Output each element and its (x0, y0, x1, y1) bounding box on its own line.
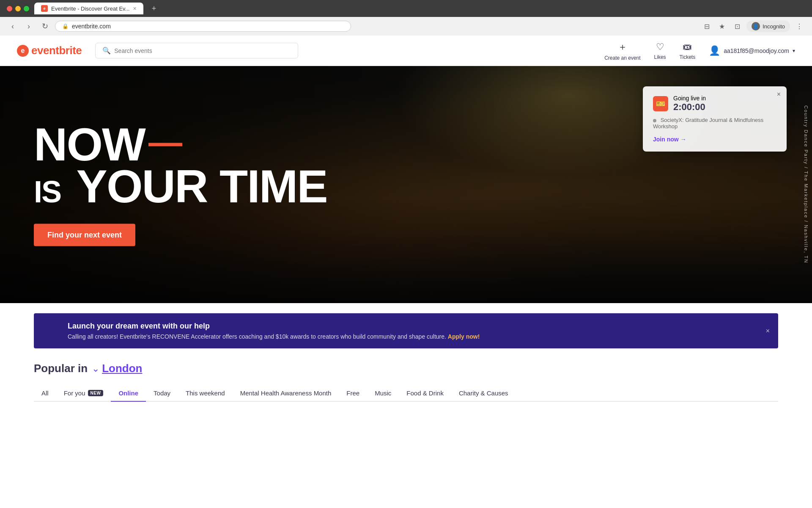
new-tab-button[interactable]: + (152, 4, 156, 13)
user-email-text: aa181f85@moodjoy.com (724, 47, 789, 54)
new-badge: New (88, 390, 104, 396)
tab-favicon-icon: e (41, 5, 48, 12)
active-browser-tab[interactable]: e Eventbrite - Discover Great Ev... × (34, 3, 143, 14)
tab-food-drink-label: Food & Drink (406, 389, 444, 397)
back-button[interactable]: ‹ (7, 20, 19, 32)
tab-charity-label: Charity & Causes (459, 389, 508, 397)
live-card-logo-icon: 🎫 (653, 96, 668, 111)
banner-close-button[interactable]: × (766, 327, 770, 335)
tab-charity[interactable]: Charity & Causes (451, 385, 516, 401)
live-card-going-live-text: Going live in (673, 95, 706, 102)
refresh-button[interactable]: ↻ (39, 20, 51, 32)
join-arrow-icon: → (680, 136, 686, 143)
plus-icon: ＋ (618, 41, 627, 53)
tab-title-text: Eventbrite - Discover Great Ev... (51, 6, 129, 12)
find-event-button[interactable]: Find your next event (34, 224, 135, 246)
location-name-text: London (102, 362, 142, 375)
logo-text: eventbrite (31, 44, 82, 57)
search-bar[interactable]: 🔍 (95, 43, 298, 58)
bookmark-icon[interactable]: ★ (716, 20, 728, 32)
banner-content: Launch your dream event with our help Ca… (68, 322, 480, 340)
maximize-window-button[interactable] (24, 6, 29, 11)
tab-mental-health-label: Mental Health Awareness Month (240, 389, 332, 397)
lock-icon: 🔒 (62, 23, 69, 29)
tab-today-label: Today (154, 389, 170, 397)
banner-description: Calling all creators! Eventbrite's RECON… (68, 333, 480, 340)
create-event-label: Create an event (604, 55, 640, 61)
more-options-button[interactable]: ⋮ (793, 20, 805, 32)
live-card-close-button[interactable]: × (777, 91, 781, 98)
search-icon: 🔍 (102, 47, 111, 55)
heart-icon: ♡ (656, 41, 664, 52)
hero-title: NOW IS YOUR TIME (34, 123, 327, 207)
hero-vertical-text: Country Dance Party / The Marketplace / … (800, 66, 812, 303)
popular-header: Popular in ⌄ London (34, 362, 778, 375)
location-chevron-icon: ⌄ (92, 363, 99, 374)
hero-title-time: YOUR TIME (77, 160, 327, 212)
tab-music[interactable]: Music (367, 385, 399, 401)
address-url-text: eventbrite.com (72, 23, 111, 30)
browser-chrome: e Eventbrite - Discover Great Ev... × + … (0, 0, 812, 36)
tab-this-weekend[interactable]: This weekend (178, 385, 233, 401)
promo-banner: Launch your dream event with our help Ca… (34, 313, 778, 348)
tab-close-button[interactable]: × (133, 5, 136, 12)
live-dot-icon (653, 119, 656, 122)
hero-section: NOW IS YOUR TIME Find your next event × … (0, 66, 812, 303)
tab-for-you-label: For you (64, 389, 85, 397)
hero-title-dash (148, 143, 182, 146)
likes-label: Likes (654, 54, 666, 60)
tickets-button[interactable]: 🎟 Tickets (680, 41, 696, 60)
live-card-event-name: SocietyX: Gratitude Journal & Mindfulnes… (653, 117, 776, 130)
hero-title-line2: IS YOUR TIME (34, 165, 327, 207)
live-event-card: × 🎫 Going live in 2:00:00 SocietyX: Grat… (643, 86, 787, 152)
screenshot-icon[interactable]: ⊡ (731, 20, 743, 32)
address-bar[interactable]: 🔒 eventbrite.com (55, 21, 351, 32)
tab-free[interactable]: Free (339, 385, 367, 401)
user-account-button[interactable]: 👤 aa181f85@moodjoy.com ▾ (709, 45, 795, 56)
likes-button[interactable]: ♡ Likes (654, 41, 666, 60)
banner-title: Launch your dream event with our help (68, 322, 480, 331)
hero-title-is: IS (34, 175, 61, 209)
tab-for-you[interactable]: For you New (56, 385, 111, 401)
browser-toolbar: ‹ › ↻ 🔒 eventbrite.com ⊟ ★ ⊡ 👤 Incognito… (0, 17, 812, 36)
hero-content: NOW IS YOUR TIME Find your next event (34, 123, 327, 246)
close-window-button[interactable] (7, 6, 12, 11)
popular-in-label: Popular in (34, 362, 88, 375)
search-input[interactable] (114, 47, 291, 54)
tab-this-weekend-label: This weekend (186, 389, 225, 397)
eventbrite-app: e eventbrite 🔍 ＋ Create an event ♡ Likes… (0, 36, 812, 410)
tab-mental-health[interactable]: Mental Health Awareness Month (233, 385, 339, 401)
incognito-badge[interactable]: 👤 Incognito (746, 20, 790, 32)
tab-all-label: All (41, 389, 49, 397)
tab-all[interactable]: All (34, 385, 56, 401)
site-header: e eventbrite 🔍 ＋ Create an event ♡ Likes… (0, 36, 812, 66)
tab-today[interactable]: Today (146, 385, 178, 401)
hero-title-line1: NOW (34, 123, 327, 165)
browser-titlebar: e Eventbrite - Discover Great Ev... × + (0, 0, 812, 17)
live-card-header: 🎫 Going live in 2:00:00 (653, 95, 776, 113)
incognito-label: Incognito (763, 23, 785, 30)
logo[interactable]: e eventbrite (17, 44, 82, 57)
tab-food-drink[interactable]: Food & Drink (399, 385, 451, 401)
location-selector[interactable]: ⌄ London (92, 362, 142, 375)
cast-icon[interactable]: ⊟ (701, 20, 713, 32)
create-event-button[interactable]: ＋ Create an event (604, 41, 640, 61)
popular-section: Popular in ⌄ London All For you New Onli… (0, 348, 812, 410)
live-card-timer: 2:00:00 (673, 102, 705, 112)
header-right: ＋ Create an event ♡ Likes 🎟 Tickets 👤 aa… (604, 41, 795, 61)
apply-now-link[interactable]: Apply now! (448, 333, 480, 340)
forward-button[interactable]: › (23, 20, 35, 32)
tickets-label: Tickets (680, 54, 696, 60)
user-menu-chevron-icon: ▾ (793, 48, 795, 54)
tab-music-label: Music (375, 389, 391, 397)
browser-toolbar-right: ⊟ ★ ⊡ 👤 Incognito ⋮ (701, 20, 805, 32)
logo-icon: e (17, 45, 29, 57)
filter-tabs: All For you New Online Today This weeken… (34, 385, 778, 402)
minimize-window-button[interactable] (15, 6, 21, 11)
incognito-icon: 👤 (752, 22, 760, 30)
tab-online[interactable]: Online (111, 385, 146, 401)
ticket-icon: 🎟 (683, 41, 692, 52)
tab-online-label: Online (118, 389, 138, 397)
user-icon: 👤 (709, 45, 720, 56)
join-now-button[interactable]: Join now → (653, 136, 686, 143)
